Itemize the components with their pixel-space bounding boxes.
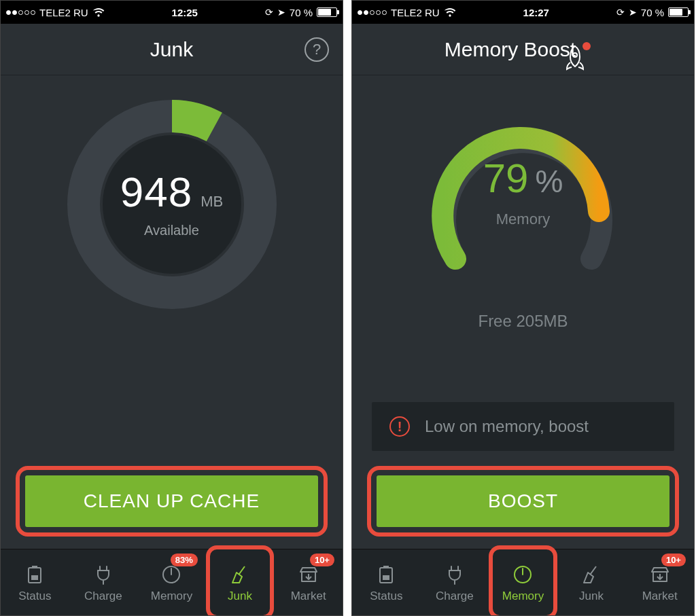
svg-rect-9 <box>383 575 389 580</box>
tab-charge[interactable]: Charge <box>421 549 489 615</box>
memory-gauge-chart: 79% Memory <box>411 96 636 300</box>
tab-label: Charge <box>436 590 474 603</box>
gauge-sublabel: Memory <box>483 211 563 228</box>
tab-label: Market <box>291 590 326 603</box>
clock-label: 12:27 <box>523 7 549 18</box>
carrier-label: TELE2 RU <box>391 7 440 18</box>
action-label: CLEAN UP CACHE <box>84 490 260 512</box>
battery-status-icon <box>374 562 398 587</box>
tab-market[interactable]: 10+ Market <box>274 549 343 615</box>
tab-label: Status <box>18 590 51 603</box>
battery-status-icon <box>22 562 47 587</box>
gauge-percent-sign: % <box>535 164 563 199</box>
tab-memory[interactable]: 83% Memory <box>137 549 206 615</box>
ring-value: 948 <box>120 168 192 215</box>
broom-icon <box>579 562 604 587</box>
highlight-annotation: CLEAN UP CACHE <box>16 466 328 537</box>
ring-center: 948 MB Available <box>103 135 241 274</box>
tab-status[interactable]: Status <box>352 549 421 615</box>
clean-up-cache-button[interactable]: CLEAN UP CACHE <box>25 475 318 527</box>
phone-memory: TELE2 RU 12:27 ⟳ ➤ 70 % Memory Boost <box>351 0 695 616</box>
badge: 10+ <box>661 554 686 566</box>
svg-rect-3 <box>32 566 37 568</box>
clock-label: 12:25 <box>172 7 198 18</box>
badge: 83% <box>171 554 198 566</box>
signal-dots-icon <box>6 10 35 15</box>
location-icon: ➤ <box>629 7 637 18</box>
tab-label: Junk <box>579 590 604 603</box>
tab-junk[interactable]: Junk <box>206 549 275 615</box>
rocket-button[interactable] <box>562 45 588 75</box>
tab-junk[interactable]: Junk <box>557 549 626 615</box>
action-label: BOOST <box>488 490 558 512</box>
plug-icon <box>91 562 116 587</box>
ring-sublabel: Available <box>144 223 199 238</box>
free-memory-label: Free 205MB <box>478 312 568 331</box>
battery-icon <box>668 7 689 17</box>
warn-text: Low on memory, boost <box>425 417 589 436</box>
tab-label: Memory <box>502 590 544 603</box>
tab-label: Junk <box>228 590 252 603</box>
gauge-icon <box>510 562 535 587</box>
lock-icon: ⟳ <box>616 7 625 18</box>
tab-label: Status <box>370 590 402 603</box>
tab-label: Charge <box>84 590 122 603</box>
tab-memory[interactable]: Memory <box>489 549 557 615</box>
low-memory-banner[interactable]: ! Low on memory, boost <box>372 402 674 451</box>
location-icon: ➤ <box>277 7 285 18</box>
battery-percent: 70 % <box>290 7 313 18</box>
battery-icon <box>317 7 337 17</box>
help-icon[interactable]: ? <box>304 37 329 62</box>
notification-dot-icon <box>582 42 591 50</box>
tab-bar: Status Charge Memory Junk 10+ M <box>352 549 694 615</box>
tab-market[interactable]: 10+ Market <box>625 549 694 615</box>
signal-dots-icon <box>358 10 387 15</box>
wifi-icon <box>92 7 105 17</box>
plug-icon <box>442 562 467 587</box>
broom-icon <box>228 562 252 587</box>
gauge-value: 79 <box>483 156 529 201</box>
battery-percent: 70 % <box>641 7 664 18</box>
main-content: 948 MB Available CLEAN UP CACHE <box>1 75 343 549</box>
tab-status[interactable]: Status <box>1 549 69 615</box>
ring-unit: MB <box>196 193 223 210</box>
lock-icon: ⟳ <box>265 7 273 18</box>
svg-rect-8 <box>383 566 389 568</box>
svg-rect-4 <box>31 575 38 580</box>
status-bar: TELE2 RU 12:27 ⟳ ➤ 70 % <box>352 1 694 24</box>
gauge-center: 79% Memory <box>483 158 563 228</box>
tab-bar: Status Charge 83% Memory Junk 10+ <box>1 549 343 615</box>
page-title: Memory Boost <box>445 38 576 61</box>
svg-point-6 <box>573 53 577 57</box>
tab-label: Memory <box>151 590 192 603</box>
nav-bar: Junk ? <box>1 24 343 75</box>
carrier-label: TELE2 RU <box>39 7 88 18</box>
badge: 10+ <box>310 554 334 566</box>
boost-button[interactable]: BOOST <box>377 475 669 527</box>
main-content: 79% Memory Free 205MB ! Low on memory, b… <box>352 75 694 549</box>
highlight-annotation: BOOST <box>367 466 679 537</box>
nav-bar: Memory Boost <box>352 24 694 75</box>
storage-ring-chart: 948 MB Available <box>63 96 281 313</box>
status-bar: TELE2 RU 12:25 ⟳ ➤ 70 % <box>1 1 343 24</box>
tab-label: Market <box>642 590 678 603</box>
tab-charge[interactable]: Charge <box>69 549 138 615</box>
page-title: Junk <box>150 38 193 61</box>
phone-junk: TELE2 RU 12:25 ⟳ ➤ 70 % Junk ? 948 M <box>0 0 343 616</box>
alert-icon: ! <box>389 416 410 437</box>
wifi-icon <box>444 7 456 17</box>
